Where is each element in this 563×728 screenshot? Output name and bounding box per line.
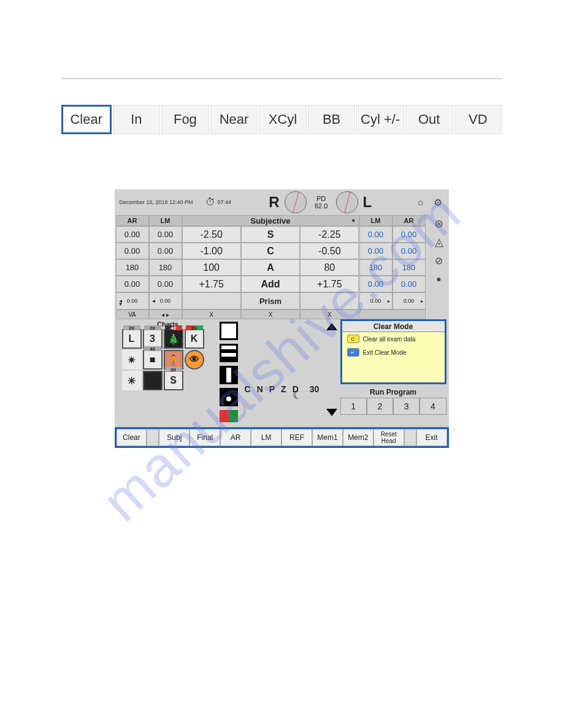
chart-chip-k[interactable]: 20K bbox=[185, 329, 204, 349]
left-prism-1[interactable]: ◄0.00▼ bbox=[116, 292, 149, 309]
record-icon[interactable]: ● bbox=[433, 273, 445, 285]
chart-chip-eyeball[interactable]: 👁 bbox=[185, 350, 204, 370]
subj-r-c[interactable]: -1.00 bbox=[182, 243, 241, 259]
subj-l-add[interactable]: +1.75 bbox=[300, 276, 359, 292]
left-eye-dial[interactable] bbox=[335, 191, 359, 213]
right-a-lm[interactable]: 180 bbox=[359, 259, 393, 276]
right-c-ar[interactable]: 0.00 bbox=[393, 243, 426, 259]
subj-l-a[interactable]: 80 bbox=[300, 259, 359, 276]
right-add-lm[interactable]: 0.00 bbox=[359, 276, 393, 292]
right-s-lm[interactable]: 0.00 bbox=[359, 226, 393, 243]
subj-r-s[interactable]: -2.50 bbox=[182, 226, 241, 243]
tab-xcyl[interactable]: XCyl bbox=[259, 105, 307, 134]
right-c-lm[interactable]: 0.00 bbox=[359, 243, 393, 259]
occlude-both-icon[interactable]: ⊛ bbox=[433, 218, 445, 230]
chart-chip-black[interactable] bbox=[143, 371, 163, 390]
bottom-subj[interactable]: Subj bbox=[159, 429, 190, 446]
right-add-ar[interactable]: 0.00 bbox=[393, 276, 426, 292]
status-timer: 07:44 bbox=[218, 199, 232, 205]
bottom-final[interactable]: Final bbox=[190, 429, 220, 446]
bottom-gap2 bbox=[404, 429, 416, 446]
bottom-mem1[interactable]: Mem1 bbox=[312, 429, 343, 446]
left-add-lm[interactable]: 0.00 bbox=[149, 276, 182, 292]
occlude-toggle-icon[interactable]: ◬ bbox=[433, 236, 445, 248]
gear-icon[interactable]: ⚙ bbox=[432, 196, 444, 208]
brightness-icon[interactable]: ☼ bbox=[415, 196, 427, 208]
left-a-ar[interactable]: 180 bbox=[116, 259, 149, 276]
tab-clear[interactable]: Clear bbox=[61, 105, 112, 134]
clear-mode-opt-clear[interactable]: Clear all exam data bbox=[363, 336, 416, 343]
tab-in[interactable]: In bbox=[113, 105, 161, 134]
left-s-ar[interactable]: 0.00 bbox=[116, 226, 149, 243]
target-square[interactable] bbox=[220, 322, 238, 340]
chart-chip-tree[interactable]: 40🎄 bbox=[164, 329, 183, 349]
target-redgreen[interactable] bbox=[220, 410, 238, 422]
no-entry-icon[interactable]: ⊘ bbox=[433, 254, 445, 267]
left-prism-2[interactable]: ◄0.00 bbox=[149, 292, 182, 309]
bottom-ref[interactable]: REF bbox=[282, 429, 312, 446]
pd-label: PD bbox=[308, 195, 335, 202]
col-header-lm-right[interactable]: LM bbox=[359, 215, 393, 226]
right-prism-2[interactable]: 0.00▸ bbox=[393, 292, 426, 309]
target-dot[interactable] bbox=[220, 388, 238, 406]
target-hbars[interactable] bbox=[220, 344, 238, 362]
subj-r-a[interactable]: 100 bbox=[182, 259, 241, 276]
col-header-ar-left[interactable]: AR bbox=[116, 215, 149, 226]
run-program-2[interactable]: 2 bbox=[367, 398, 393, 415]
bottom-ar[interactable]: AR bbox=[220, 429, 251, 446]
right-prism-1[interactable]: 0.00▸ bbox=[359, 292, 393, 309]
l-label: L bbox=[363, 194, 372, 211]
subj-r-add[interactable]: +1.75 bbox=[182, 276, 241, 292]
clear-mode-panel: Clear Mode C Clear all exam data ↵ Exit … bbox=[340, 319, 446, 384]
subj-l-s[interactable]: -2.25 bbox=[300, 226, 359, 243]
chart-size-value: 30 bbox=[310, 384, 320, 394]
right-a-ar[interactable]: 180 bbox=[393, 259, 426, 276]
va-x2[interactable]: X bbox=[241, 309, 300, 319]
left-add-ar[interactable]: 0.00 bbox=[116, 276, 149, 292]
top-tabs: Clear In Fog Near XCyl BB Cyl +/- Out VD bbox=[61, 105, 502, 134]
va-control-left[interactable]: ◂ ▸ bbox=[149, 309, 182, 319]
run-program-header: Run Program bbox=[340, 387, 446, 398]
right-eye-dial[interactable] bbox=[283, 191, 308, 213]
va-x1[interactable]: X bbox=[182, 309, 241, 319]
bottom-reset-head[interactable]: Reset Head bbox=[373, 429, 404, 446]
left-s-lm[interactable]: 0.00 bbox=[149, 226, 182, 243]
tab-out[interactable]: Out bbox=[405, 105, 453, 134]
va-label-left[interactable]: VA bbox=[116, 309, 149, 319]
bottom-clear[interactable]: Clear bbox=[117, 429, 147, 446]
chart-chip-dots2[interactable]: ✳ bbox=[122, 371, 142, 390]
chart-size-up[interactable] bbox=[326, 323, 337, 330]
chart-chip-s[interactable]: 30S bbox=[164, 371, 183, 390]
chart-size-down[interactable] bbox=[326, 409, 337, 416]
mid-prism-r[interactable] bbox=[300, 292, 359, 309]
mid-prism-l[interactable] bbox=[182, 292, 241, 309]
chart-letter-n: N bbox=[257, 384, 263, 394]
run-program-4[interactable]: 4 bbox=[419, 398, 446, 415]
chart-chip-40[interactable]: 40■ bbox=[143, 350, 163, 370]
left-a-lm[interactable]: 180 bbox=[149, 259, 182, 276]
tab-bb[interactable]: BB bbox=[308, 105, 356, 134]
subj-l-c[interactable]: -0.50 bbox=[300, 243, 359, 259]
moon-icon[interactable]: ☾ bbox=[293, 389, 302, 402]
run-program-1[interactable]: 1 bbox=[340, 398, 367, 415]
right-s-ar[interactable]: 0.00 bbox=[393, 226, 426, 243]
target-vbars[interactable] bbox=[220, 366, 238, 384]
left-c-ar[interactable]: 0.00 bbox=[116, 243, 149, 259]
col-header-ar-right[interactable]: AR bbox=[393, 215, 426, 226]
bottom-lm[interactable]: LM bbox=[251, 429, 282, 446]
tab-cylplusminus[interactable]: Cyl +/- bbox=[356, 105, 404, 134]
run-program-3[interactable]: 3 bbox=[393, 398, 419, 415]
col-header-lm-left[interactable]: LM bbox=[149, 215, 182, 226]
tab-fog[interactable]: Fog bbox=[161, 105, 209, 134]
bottom-mem2[interactable]: Mem2 bbox=[343, 429, 373, 446]
chart-chip-l[interactable]: 20L bbox=[122, 329, 142, 349]
tab-vd[interactable]: VD bbox=[454, 105, 502, 134]
subjective-header[interactable]: Subjective bbox=[250, 216, 290, 226]
chart-letter-z: Z bbox=[281, 384, 286, 394]
left-c-lm[interactable]: 0.00 bbox=[149, 243, 182, 259]
tab-near[interactable]: Near bbox=[210, 105, 258, 134]
chart-chip-dots1[interactable]: ✴ bbox=[122, 350, 142, 370]
clear-mode-opt-exit[interactable]: Exit Clear Mode bbox=[363, 349, 407, 356]
va-x3[interactable]: X bbox=[300, 309, 359, 319]
bottom-exit[interactable]: Exit bbox=[416, 429, 447, 446]
